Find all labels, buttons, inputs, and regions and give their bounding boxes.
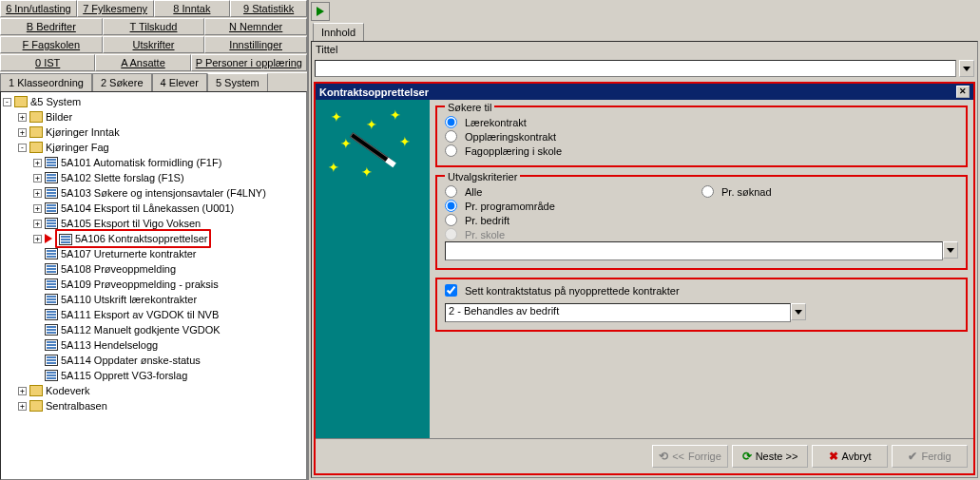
tree-item-label: 5A115 Opprett VG3-forslag (61, 368, 187, 383)
radio-pr-soknad[interactable] (701, 185, 714, 198)
left-tab[interactable]: 2 Søkere (92, 73, 152, 91)
status-combo-button[interactable] (791, 303, 806, 320)
report-icon (45, 278, 58, 290)
radio-label: Pr. programområde (465, 201, 555, 212)
radio-opplaeringskontrakt[interactable] (445, 130, 457, 143)
menu-item[interactable]: T Tilskudd (103, 18, 205, 35)
folder-icon (29, 385, 43, 396)
expand-icon[interactable]: + (33, 220, 42, 228)
close-icon[interactable]: ✕ (956, 86, 970, 98)
tree-item[interactable]: 5A111 Eksport av VGDOK til NVB (3, 307, 304, 322)
group-legend: Utvalgskriterier (445, 171, 520, 182)
radio-pr-programomrade[interactable] (445, 200, 457, 212)
menu-item[interactable]: P Personer i opplæring (191, 54, 307, 71)
folder-icon (14, 96, 28, 107)
play-button[interactable] (311, 2, 330, 21)
expand-icon[interactable]: + (18, 402, 27, 411)
menu-item[interactable]: 6 Inn/utlasting (0, 0, 77, 17)
tree-item[interactable]: 5A113 Hendelselogg (3, 337, 304, 353)
tree-item-label: 5A104 Eksport til Lånekassen (U001) (61, 201, 234, 216)
group-sokere-til: Søkere til Lærekontrakt Opplæringskontra… (435, 106, 968, 167)
check-sett-status[interactable] (445, 284, 457, 297)
utvalg-combo-input[interactable] (445, 241, 943, 260)
tree-item-label: 5A113 Hendelselogg (61, 337, 158, 353)
menu-item[interactable]: 7 Fylkesmeny (77, 0, 154, 17)
radio-fagopplaering[interactable] (445, 144, 457, 157)
radio-label: Alle (465, 186, 482, 198)
play-icon (317, 7, 324, 16)
tree-item[interactable]: 5A115 Opprett VG3-forslag (3, 368, 304, 383)
tree-item[interactable]: +5A104 Eksport til Lånekassen (U001) (3, 201, 304, 216)
tree-item[interactable]: 5A109 Prøveoppmelding - praksis (3, 277, 304, 292)
tree-item[interactable]: +Kjøringer Inntak (3, 125, 304, 140)
menu-item[interactable]: Innstillinger (204, 36, 307, 53)
tree-item[interactable]: +5A101 Automatisk formidling (F1F) (3, 155, 304, 170)
expand-icon[interactable]: + (33, 235, 42, 243)
menu-item[interactable]: N Nemnder (204, 18, 307, 35)
left-tab[interactable]: 5 System (207, 73, 268, 91)
report-icon (45, 157, 58, 168)
folder-icon (29, 126, 43, 138)
utvalg-combo-button[interactable] (943, 241, 958, 259)
left-tab[interactable]: 1 Klasseordning (0, 73, 92, 91)
cancel-button[interactable]: ✖Avbryt (812, 445, 888, 468)
expand-icon[interactable]: + (33, 189, 42, 198)
status-combo-input[interactable]: 2 - Behandles av bedrift (445, 303, 791, 322)
left-tab[interactable]: 4 Elever (152, 73, 207, 91)
menu-item[interactable]: 9 Statistikk (230, 0, 307, 17)
expand-icon[interactable]: + (18, 387, 27, 395)
collapse-icon[interactable]: - (3, 98, 11, 106)
tree-item[interactable]: -&5 System (3, 94, 304, 109)
menu-item[interactable]: B Bedrifter (0, 18, 103, 35)
tree-item[interactable]: 5A114 Oppdater ønske-status (3, 353, 304, 368)
menu-item[interactable]: A Ansatte (95, 54, 190, 71)
menu-item[interactable]: 8 Inntak (154, 0, 231, 17)
tree-item-label: Kjøringer Fag (46, 140, 109, 155)
expand-icon[interactable]: + (18, 128, 27, 137)
tree-item[interactable]: +Bilder (3, 109, 304, 125)
report-icon (45, 324, 58, 336)
tree-item-label: 5A101 Automatisk formidling (F1F) (61, 155, 221, 170)
tree-item-label: 5A106 Kontraktsopprettelser (75, 233, 207, 244)
expand-icon[interactable]: + (18, 113, 27, 122)
group-legend: Søkere til (445, 102, 494, 113)
expand-icon[interactable]: + (33, 204, 42, 213)
collapse-icon[interactable]: - (18, 144, 27, 152)
tree-item[interactable]: +Kodeverk (3, 383, 304, 398)
tree-item[interactable]: 5A110 Utskrift lærekontrakter (3, 292, 304, 307)
expand-icon[interactable]: + (33, 174, 42, 182)
tree-item[interactable]: -Kjøringer Fag (3, 140, 304, 155)
tittel-input[interactable] (315, 60, 956, 77)
nav-tree[interactable]: -&5 System+Bilder+Kjøringer Inntak-Kjøri… (0, 91, 307, 480)
radio-pr-bedrift[interactable] (445, 214, 457, 226)
tree-item[interactable]: +5A106 Kontraktsopprettelser (3, 231, 304, 246)
tree-item-label: 5A114 Oppdater ønske-status (61, 353, 201, 368)
menu-item[interactable]: Utskrifter (103, 36, 205, 53)
tittel-dropdown[interactable] (959, 60, 974, 77)
tab-innhold[interactable]: Innhold (313, 23, 364, 41)
folder-icon (29, 111, 43, 123)
tree-item-label: Sentralbasen (46, 398, 107, 413)
tree-item[interactable]: +5A102 Slette forslag (F1S) (3, 170, 304, 185)
expand-icon[interactable]: + (33, 159, 42, 167)
next-button[interactable]: ⟳Neste >> (732, 445, 808, 468)
tree-item-label: 5A110 Utskrift lærekontrakter (61, 292, 197, 307)
tree-item[interactable]: 5A108 Prøveoppmelding (3, 261, 304, 277)
radio-alle[interactable] (445, 185, 457, 198)
wizard-panel: Kontraktsopprettelser ✕ ✦ ✦ ✦ ✦ ✦ ✦ ✦ (314, 82, 975, 475)
tree-item[interactable]: +5A103 Søkere og intensjonsavtaler (F4LN… (3, 185, 304, 201)
tree-item[interactable]: 5A107 Ureturnerte kontrakter (3, 246, 304, 261)
report-icon (45, 309, 58, 320)
tree-item-label: Kjøringer Inntak (46, 125, 120, 140)
tree-item-label: Kodeverk (46, 383, 89, 398)
menu-item[interactable]: 0 IST (0, 54, 95, 71)
finish-button: ✔Ferdig (892, 445, 968, 468)
arrow-icon (45, 234, 52, 243)
menu-item[interactable]: F Fagskolen (0, 36, 103, 53)
tree-item[interactable]: 5A112 Manuelt godkjente VGDOK (3, 322, 304, 337)
wizard-sidebar: ✦ ✦ ✦ ✦ ✦ ✦ ✦ (316, 100, 430, 438)
tree-item[interactable]: +Sentralbasen (3, 398, 304, 413)
tree-item-label: 5A103 Søkere og intensjonsavtaler (F4LNY… (61, 185, 266, 201)
radio-label: Lærekontrakt (465, 117, 527, 128)
radio-laerekontrakt[interactable] (445, 116, 457, 128)
